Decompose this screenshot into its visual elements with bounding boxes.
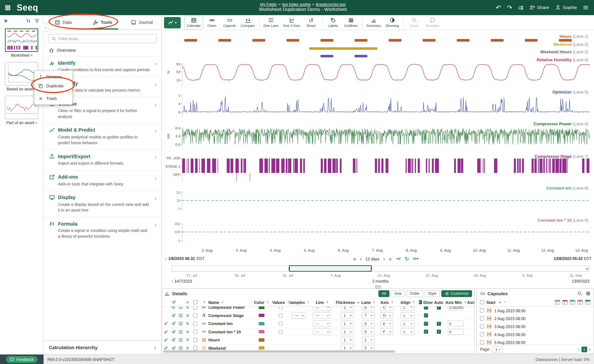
navigate-item-button[interactable] [171, 306, 176, 310]
trend-chart[interactable]: Hours (Lane 1)Weekend (Lane 2)Weekend Ho… [162, 33, 594, 255]
undo-icon[interactable]: ↶ [496, 4, 501, 11]
details-row-constant-ten-10[interactable]: Constant ten * 10- -19FL0 [162, 328, 474, 336]
capsule-row[interactable]: 2 Aug 2023 08:00 [477, 314, 594, 322]
details-column-header[interactable]: Thickness▲ [336, 300, 359, 304]
show-checkbox[interactable] [424, 322, 428, 326]
item-info-button[interactable] [178, 306, 183, 310]
remove-item-button[interactable] [185, 321, 190, 326]
capsules-zoom-icon[interactable] [577, 291, 582, 296]
details-customize-button[interactable]: Customize [441, 290, 472, 297]
auto-checkbox[interactable] [437, 306, 441, 309]
details-column-header[interactable]: Values▲▼ [272, 300, 289, 304]
remove-item-button[interactable] [185, 313, 190, 318]
align-select[interactable]: L [401, 320, 414, 327]
details-column-header[interactable]: Axis▲▼ [377, 300, 396, 304]
capsule-checkbox[interactable] [480, 332, 484, 336]
values-toggle[interactable] [279, 314, 283, 317]
toolbar-button-zoom[interactable]: Zoom [405, 16, 423, 29]
seeq-logo[interactable]: Seeq [17, 2, 38, 13]
filter-tools-searchbox[interactable] [48, 34, 157, 43]
column-menu-icon[interactable]: ≡ [504, 300, 505, 304]
tool-item-display[interactable]: Display Create a display based on the cu… [44, 191, 162, 217]
lane-select[interactable]: 6 [362, 306, 375, 311]
navigate-item-button[interactable] [171, 329, 176, 334]
select-all-checkbox[interactable] [193, 300, 197, 304]
navigate-item-button[interactable] [171, 338, 176, 342]
menu-item-trash[interactable]: Trash [34, 94, 72, 103]
line-style-select[interactable]: — [313, 312, 331, 319]
timebar-duration[interactable]: 2 months [171, 279, 589, 283]
refresh-icon[interactable]: ↻ [405, 256, 409, 261]
toolbar-button-one-lane[interactable]: One Lane [261, 16, 281, 29]
capsule-row[interactable]: 1 Aug 2023 08:00 [477, 306, 594, 314]
edit-item-button[interactable] [164, 321, 168, 326]
align-select[interactable]: L [401, 312, 414, 319]
line-style-select[interactable]: — [313, 306, 331, 311]
tab-data[interactable]: Data [44, 15, 83, 29]
details-column-header[interactable]: Auto [432, 300, 445, 304]
details-row-compressor-power[interactable]: Compressor Power—16CL0.002053 [162, 306, 474, 312]
color-chip[interactable] [258, 306, 264, 309]
details-column-header[interactable]: Align▲▼ [396, 300, 419, 304]
breadcrumb-link[interactable]: Breadcrumbs test [316, 2, 346, 6]
prev-page-icon[interactable]: ‹ [578, 346, 580, 352]
capsule-checkbox[interactable] [480, 324, 484, 328]
axis-min-input[interactable]: 0 [448, 321, 464, 327]
fast-forward-icon[interactable]: ⇉ [518, 4, 523, 11]
details-column-header[interactable]: Name▲▼ [208, 300, 251, 304]
remove-item-button[interactable] [185, 338, 190, 342]
panel-resize-grip[interactable] [375, 286, 381, 288]
toolbar-button-annotate[interactable]: Annotate [423, 16, 441, 29]
values-toggle[interactable] [279, 322, 283, 325]
step-back-icon[interactable]: ‹ [360, 256, 362, 261]
toolbar-button-chain[interactable]: Chain [203, 16, 221, 29]
server-status-text[interactable]: Datasources | Server load: 0% [535, 357, 594, 362]
edit-item-button[interactable] [164, 346, 168, 350]
capsule-step-icon[interactable] [413, 256, 418, 261]
select-item-checkbox[interactable] [193, 313, 197, 318]
step-forward-icon[interactable]: › [383, 256, 385, 261]
values-toggle[interactable] [279, 330, 283, 333]
axis-select[interactable]: D [380, 312, 393, 319]
details-view-style[interactable]: Style [425, 290, 440, 297]
app-switcher-icon[interactable] [5, 5, 11, 10]
capsules-column-icon-2[interactable] [562, 300, 568, 305]
details-horizontal-scrollbar[interactable] [163, 350, 395, 353]
jump-back-icon[interactable]: « [353, 256, 356, 261]
toolbar-button-capsule[interactable]: Capsule [221, 16, 238, 29]
capsule-checkbox[interactable] [480, 308, 484, 312]
breadcrumb-link[interactable]: two folder sophie [282, 2, 311, 6]
color-chip[interactable] [258, 330, 264, 333]
timebar-selection[interactable] [289, 265, 371, 272]
capsule-checkbox[interactable] [480, 316, 484, 320]
edit-item-button[interactable] [164, 329, 168, 334]
capsules-column-icon-1[interactable] [555, 300, 560, 305]
lane-select[interactable]: 8 [362, 320, 375, 327]
details-column-header[interactable]: Samples▲▼ [290, 300, 308, 304]
share-button[interactable]: Share [529, 5, 549, 11]
edit-item-button[interactable] [164, 338, 168, 342]
capsule-row[interactable]: 4 Aug 2023 08:00 [477, 330, 594, 338]
select-item-checkbox[interactable] [193, 306, 197, 309]
navigate-item-button[interactable] [171, 346, 176, 350]
user-menu[interactable]: Sophie [555, 5, 577, 11]
item-info-button[interactable] [178, 329, 183, 334]
thickness-select[interactable]: 1 [341, 320, 354, 327]
color-chip[interactable] [258, 314, 264, 317]
details-row-compressor-stage[interactable]: ACompressor Stage——17DL [162, 312, 474, 320]
menu-item-duplicate[interactable]: Duplicate [34, 81, 72, 91]
details-row-constant-ten[interactable]: Constant ten- -18EL0 [162, 320, 474, 328]
feedback-button[interactable]: Feedback [6, 356, 38, 363]
filter-worksheets-icon[interactable] [34, 18, 39, 23]
filter-tools-input[interactable] [59, 36, 153, 41]
tool-item-model-predict[interactable]: Model & Predict Create analytical models… [44, 123, 162, 150]
capsule-row[interactable]: 3 Aug 2023 08:00 [477, 322, 594, 331]
toolbar-button-labels[interactable]: Labels [324, 16, 342, 29]
thickness-select[interactable]: 1 [341, 337, 354, 343]
sort-worksheets-icon[interactable] [26, 18, 31, 24]
add-worksheet-button[interactable]: + [4, 17, 8, 24]
capsules-column-icon-5[interactable] [585, 300, 591, 305]
remove-item-button[interactable] [185, 346, 190, 350]
tool-item-import-export[interactable]: Import/Export Import and export in diffe… [44, 150, 162, 170]
jump-forward-icon[interactable]: » [389, 256, 392, 261]
